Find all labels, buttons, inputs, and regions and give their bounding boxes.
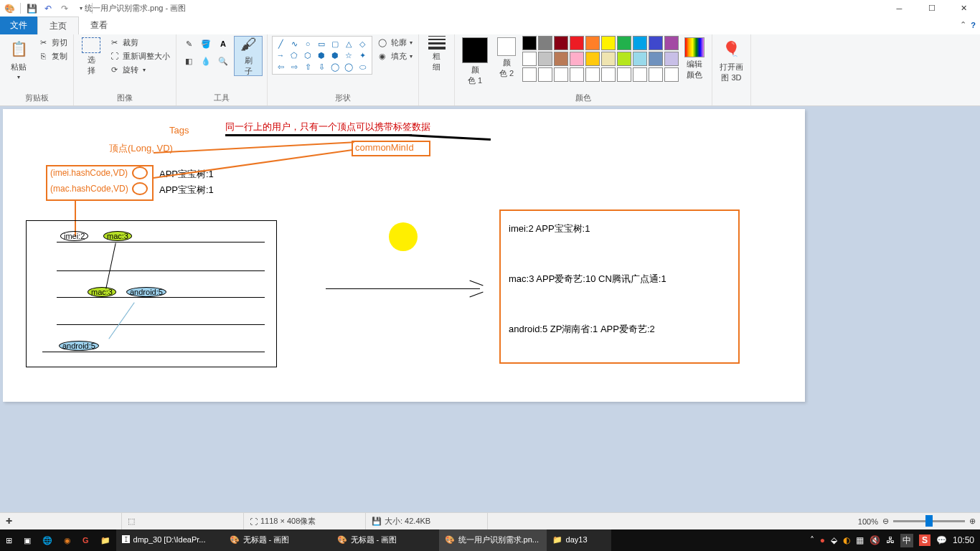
- tab-home[interactable]: 主页: [37, 17, 79, 34]
- color-palette[interactable]: [522, 36, 679, 82]
- size-label: 粗 细: [433, 51, 440, 72]
- group-clipboard: 📋 粘贴 ▾ ✂剪切 ⎘复制 剪贴板: [0, 34, 74, 105]
- paste-button[interactable]: 📋 粘贴 ▾: [4, 36, 33, 82]
- canvas-workspace[interactable]: Tags 顶点(Long, VD) 同一行上的用户，只有一个顶点可以携带标签数据…: [0, 106, 980, 522]
- undo-icon[interactable]: ↶: [41, 1, 55, 16]
- group-size: 粗 细: [419, 34, 455, 105]
- zoom-out-button[interactable]: ⊖: [882, 517, 889, 526]
- color1-label: 颜 色 1: [468, 65, 482, 86]
- cut-button[interactable]: ✂剪切: [36, 36, 69, 49]
- size-button[interactable]: 粗 细: [424, 36, 450, 72]
- canvas-text-app2: APP宝宝树:1: [159, 184, 214, 197]
- help-icon[interactable]: ?: [971, 21, 976, 29]
- canvas-text-machash: (mac.hashCode,VD): [50, 184, 128, 194]
- canvas-text-imeihash: (imei.hashCode,VD): [50, 168, 128, 178]
- tray-sogou-icon[interactable]: S: [919, 534, 930, 546]
- shape-outline-button[interactable]: ◯轮廓▾: [375, 36, 414, 49]
- canvas[interactable]: Tags 顶点(Long, VD) 同一行上的用户，只有一个顶点可以携带标签数据…: [3, 109, 805, 402]
- color2-button[interactable]: 颜 色 2: [494, 36, 519, 80]
- canvas-text-redline: 同一行上的用户，只有一个顶点可以携带标签数据: [225, 121, 430, 133]
- selection-icon: ⬚: [128, 517, 135, 526]
- group-clipboard-label: 剪贴板: [4, 93, 69, 105]
- minimize-button[interactable]: ─: [883, 0, 915, 17]
- task-paint2[interactable]: 🎨无标题 - 画图: [331, 529, 439, 551]
- task-idea[interactable]: 🅸dmp_30 [D:\IdeaPr...: [116, 529, 224, 551]
- crop-icon: ✂: [108, 37, 120, 48]
- tab-file[interactable]: 文件: [0, 17, 37, 34]
- task-folder[interactable]: 📁day13: [547, 529, 611, 551]
- shape-fill-button[interactable]: ◉填充▾: [375, 50, 414, 62]
- node-mac3-a: mac:3: [103, 231, 132, 241]
- picker-tool[interactable]: 💧: [198, 53, 214, 69]
- canvas-text-r3: android:5 ZP湖南省:1 APP爱奇艺:2: [509, 323, 655, 336]
- zoom-slider[interactable]: [893, 520, 965, 522]
- color1-swatch: [462, 37, 488, 63]
- paste-label: 粘贴: [11, 62, 27, 72]
- task-paint1[interactable]: 🎨无标题 - 画图: [224, 529, 331, 551]
- eraser-tool[interactable]: ◧: [181, 53, 197, 69]
- paint3d-icon: 🎈: [720, 37, 743, 60]
- copy-button[interactable]: ⎘复制: [36, 50, 69, 62]
- fill-tool[interactable]: 🪣: [198, 36, 214, 52]
- rotate-icon: ⟳: [108, 64, 120, 75]
- redo-icon[interactable]: ↷: [57, 1, 72, 16]
- paste-icon: 📋: [7, 37, 30, 60]
- taskview-button[interactable]: ▣: [18, 529, 37, 551]
- pencil-tool[interactable]: ✎: [181, 36, 197, 52]
- close-button[interactable]: ✕: [948, 0, 980, 17]
- chrome-button[interactable]: 🌐: [37, 529, 58, 551]
- group-colors-label: 颜色: [459, 93, 707, 105]
- shapes-gallery[interactable]: ╱∿○▭▢△◇ →⬠⬡⬢⬢☆✦ ⇦⇨⇧⇩◯◯⬭: [272, 36, 372, 75]
- group-image: 选 择 ✂裁剪 ⛶重新调整大小 ⟳旋转▾ 图像: [74, 34, 176, 105]
- ribbon-tabs: 文件 主页 查看: [0, 17, 980, 34]
- tray-ime[interactable]: 中: [900, 534, 913, 547]
- node-imei2: imei:2: [60, 231, 88, 241]
- edit-colors-label: 编辑 颜色: [687, 59, 702, 80]
- zoom-label: 100%: [858, 517, 878, 526]
- tray-app1-icon[interactable]: ●: [820, 535, 825, 545]
- status-coords: ✚: [0, 513, 122, 529]
- ribbon: 📋 粘贴 ▾ ✂剪切 ⎘复制 剪贴板 选 择 ✂裁剪 ⛶重新调整大小 ⟳旋转▾ …: [0, 34, 980, 106]
- edit-colors-button[interactable]: 编辑 颜色: [682, 36, 707, 82]
- pin1-button[interactable]: ◉: [58, 529, 77, 551]
- tray-app3-icon[interactable]: ◐: [843, 535, 850, 545]
- status-filesize: 💾大小: 42.4KB: [366, 513, 488, 529]
- select-button[interactable]: 选 择: [78, 36, 104, 77]
- maximize-button[interactable]: ☐: [915, 0, 948, 17]
- crop-button[interactable]: ✂裁剪: [107, 36, 171, 49]
- save-icon[interactable]: 💾: [24, 1, 39, 16]
- group-size-label: [423, 103, 450, 105]
- tray-notif-icon[interactable]: 💬: [936, 535, 947, 545]
- color1-button[interactable]: 颜 色 1: [459, 36, 491, 88]
- text-tool[interactable]: A: [215, 36, 231, 52]
- group-tools: ✎ 🪣 A ◧ 💧 🔍 🖌 刷 子 工具: [176, 34, 268, 105]
- fill-icon: ◉: [377, 50, 388, 62]
- zoom-control[interactable]: 100% ⊖ ⊕: [858, 517, 976, 526]
- paint-icon: 🎨: [337, 535, 347, 545]
- rotate-button[interactable]: ⟳旋转▾: [107, 63, 171, 76]
- node-android5-a: android:5: [126, 287, 166, 297]
- select-label: 选 择: [88, 55, 95, 76]
- statusbar: ✚ ⬚ ⛶1118 × 408像素 💾大小: 42.4KB 100% ⊖ ⊕: [0, 512, 980, 529]
- resize-icon: ⛶: [108, 50, 120, 62]
- tray-up-icon[interactable]: ˄: [810, 535, 814, 545]
- explorer-button[interactable]: 📁: [95, 529, 116, 551]
- tab-view[interactable]: 查看: [79, 17, 119, 34]
- ribbon-collapse-icon[interactable]: ⌃: [960, 20, 966, 29]
- paint3d-button[interactable]: 🎈 打开画 图 3D: [717, 36, 746, 85]
- tray-app2-icon[interactable]: ⬙: [831, 535, 837, 545]
- zoom-tool[interactable]: 🔍: [215, 53, 231, 69]
- tray-clock[interactable]: 10:50: [953, 535, 974, 545]
- group-shapes-label: 形状: [272, 93, 414, 105]
- tray-app4-icon[interactable]: ▦: [856, 535, 864, 545]
- zoom-in-button[interactable]: ⊕: [969, 517, 976, 526]
- task-paint3[interactable]: 🎨统一用户识别需求.pn...: [439, 529, 547, 551]
- tray-volume-icon[interactable]: 🔇: [870, 535, 880, 545]
- start-button[interactable]: ⊞: [0, 529, 18, 551]
- brush-button[interactable]: 🖌 刷 子: [234, 36, 263, 76]
- tray-network-icon[interactable]: 🖧: [886, 535, 895, 545]
- idea-icon: 🅸: [122, 535, 130, 544]
- paint-icon: 🎨: [230, 535, 240, 545]
- pin2-button[interactable]: G: [77, 529, 95, 551]
- resize-button[interactable]: ⛶重新调整大小: [107, 50, 171, 62]
